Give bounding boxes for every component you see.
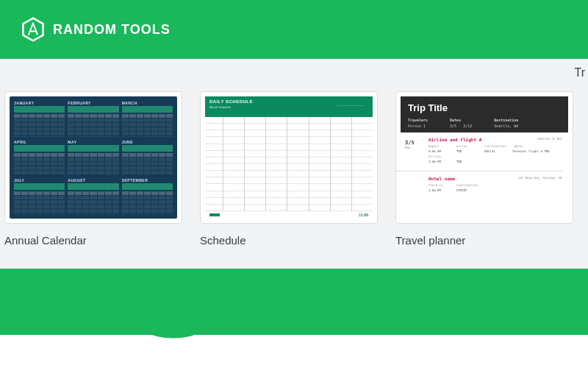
trip-date: 3/5 Mon [405, 140, 415, 149]
section-label-partial: Tr [574, 66, 588, 79]
schedule-foot-text: 11:00 [359, 213, 368, 217]
template-label: Travel planner [395, 234, 573, 247]
brand-name: RANDOM TOOLS [53, 22, 171, 38]
trip-hotel-section: Hotel name123 Road Ave, Anytown, NY Chec… [429, 176, 562, 192]
footer-band [0, 269, 588, 335]
template-gallery: JANUARYFEBRUARYMARCHAPRILMAYJUNEJULYAUGU… [0, 84, 588, 269]
logo-hex-icon [21, 17, 46, 42]
schedule-head-meta: ───────────────── [337, 104, 364, 107]
trip-flight-section: Airline and flight #Seattle to NYC Depar… [429, 137, 562, 163]
template-card-schedule: DAILY SCHEDULE Month Schedule ──────────… [200, 91, 378, 247]
template-thumb-travel-planner[interactable]: Trip Title TravelersPerson 1Dates3/5 - 3… [395, 91, 573, 224]
template-card-annual-calendar: JANUARYFEBRUARYMARCHAPRILMAYJUNEJULYAUGU… [4, 91, 182, 247]
template-label: Annual Calendar [4, 234, 182, 247]
section-heading-row: Tr [0, 59, 588, 84]
brand-logo[interactable]: RANDOM TOOLS [21, 17, 171, 42]
template-card-travel-planner: Trip Title TravelersPerson 1Dates3/5 - 3… [395, 91, 573, 247]
schedule-foot-mark [209, 213, 220, 216]
template-label: Schedule [200, 234, 378, 247]
template-thumb-annual-calendar[interactable]: JANUARYFEBRUARYMARCHAPRILMAYJUNEJULYAUGU… [4, 91, 182, 224]
trip-title: Trip Title [408, 102, 561, 113]
svg-marker-0 [23, 18, 43, 41]
app-header: RANDOM TOOLS [0, 0, 588, 59]
template-thumb-schedule[interactable]: DAILY SCHEDULE Month Schedule ──────────… [200, 91, 378, 224]
